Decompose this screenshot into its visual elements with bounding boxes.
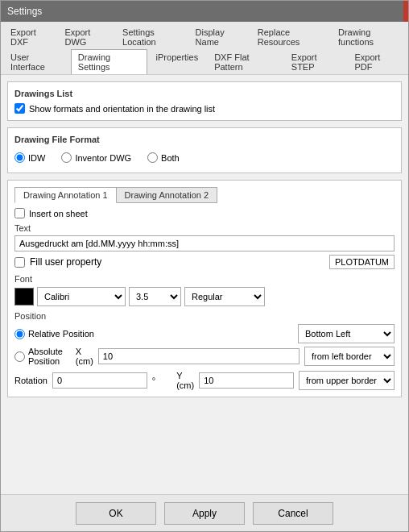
relative-position-label: Relative Position	[28, 329, 94, 339]
radio-absolute-input[interactable]	[14, 351, 25, 362]
annotation-section: Drawing Annotation 1 Drawing Annotation …	[7, 180, 402, 397]
drawing-file-format-section: Drawing File Format IDW Inventor DWG Bot…	[7, 127, 402, 173]
radio-inventor-dwg[interactable]: Inventor DWG	[61, 152, 131, 163]
radio-idw-input[interactable]	[14, 152, 25, 163]
tab-export-pdf[interactable]: Export PDF	[348, 49, 405, 74]
from-x-select[interactable]: from left border from right border	[304, 347, 395, 366]
tab-row-1: Export DXF Export DWG Settings Location …	[3, 24, 406, 49]
tab-replace-resources[interactable]: Replace Resources	[250, 24, 329, 49]
tab-settings-location[interactable]: Settings Location	[115, 24, 187, 49]
tab-row-2: User Interface Drawing Settings iPropert…	[3, 49, 406, 74]
rotation-input[interactable]	[52, 372, 147, 389]
bottom-bar: OK Apply Cancel	[1, 494, 408, 531]
text-input[interactable]	[14, 235, 395, 251]
radio-idw-label: IDW	[28, 153, 45, 163]
radio-inventor-dwg-input[interactable]	[61, 152, 72, 163]
insert-on-sheet-label: Insert on sheet	[29, 209, 88, 218]
title-bar-left: Settings	[7, 6, 42, 17]
ok-button[interactable]: OK	[76, 502, 156, 525]
font-name-select[interactable]: Calibri Arial Times New Roman	[37, 287, 126, 306]
drawings-list-title: Drawings List	[14, 89, 395, 98]
rotation-y-row: Rotation ° Y (cm) from upper border from…	[14, 371, 395, 390]
rotation-label: Rotation	[14, 376, 48, 385]
fill-user-property-checkbox[interactable]	[14, 257, 25, 268]
radio-relative-position[interactable]: Relative Position	[14, 329, 94, 339]
insert-on-sheet-checkbox[interactable]	[14, 208, 25, 218]
tab-iproperties[interactable]: iProperties	[149, 49, 206, 74]
y-label: Y (cm)	[176, 371, 194, 390]
position-section-label: Position	[14, 311, 395, 321]
radio-absolute-position[interactable]: Absolute Position	[14, 347, 63, 366]
file-format-radio-group: IDW Inventor DWG Both	[14, 149, 395, 166]
tab-export-dwg[interactable]: Export DWG	[58, 24, 114, 49]
plotdatum-badge: PLOTDATUM	[329, 255, 395, 269]
fill-user-property-label: Fill user property	[30, 256, 101, 268]
tab-export-step[interactable]: Export STEP	[284, 49, 346, 74]
radio-inventor-dwg-label: Inventor DWG	[75, 153, 131, 163]
font-color-swatch[interactable]	[14, 288, 34, 305]
font-size-select[interactable]: 2.5 3.5 4.0 5.0	[129, 287, 181, 306]
font-row: Calibri Arial Times New Roman 2.5 3.5 4.…	[14, 287, 395, 306]
show-formats-label: Show formats and orientation in the draw…	[29, 104, 215, 114]
annotation-tab-bar: Drawing Annotation 1 Drawing Annotation …	[14, 187, 395, 203]
drawings-list-section: Drawings List Show formats and orientati…	[7, 81, 402, 121]
x-input[interactable]	[98, 348, 300, 364]
tab-user-interface[interactable]: User Interface	[3, 49, 69, 74]
x-label: X (cm)	[76, 347, 93, 366]
position-select[interactable]: Bottom Left Bottom Right Top Left Top Ri…	[298, 324, 395, 343]
annotation-tab-1[interactable]: Drawing Annotation 1	[14, 187, 117, 203]
radio-idw[interactable]: IDW	[14, 152, 45, 163]
text-field-label: Text	[14, 223, 395, 233]
tab-bar-row1: Export DXF Export DWG Settings Location …	[1, 22, 408, 75]
degree-symbol: °	[152, 376, 155, 385]
drawings-list-checkbox-row: Show formats and orientation in the draw…	[14, 103, 395, 114]
absolute-position-row: Absolute Position X (cm) from left borde…	[14, 347, 395, 366]
radio-both-input[interactable]	[147, 152, 158, 163]
radio-both-label: Both	[161, 153, 180, 163]
title-bar: Settings	[1, 1, 408, 22]
tab-export-dxf[interactable]: Export DXF	[3, 24, 56, 49]
apply-button[interactable]: Apply	[164, 502, 245, 525]
insert-on-sheet-row: Insert on sheet	[14, 208, 395, 218]
window-title: Settings	[7, 6, 42, 17]
main-content: Drawings List Show formats and orientati…	[1, 75, 408, 494]
y-input[interactable]	[199, 372, 294, 389]
tab-drawing-functions[interactable]: Drawing functions	[331, 24, 404, 49]
radio-relative-input[interactable]	[14, 329, 25, 339]
accent-bar	[403, 1, 408, 22]
cancel-button[interactable]: Cancel	[253, 502, 333, 525]
tab-drawing-settings[interactable]: Drawing Settings	[71, 49, 147, 74]
font-section-label: Font	[14, 274, 395, 284]
fill-user-property-row: Fill user property PLOTDATUM	[14, 255, 395, 269]
font-style-select[interactable]: Regular Bold Italic Bold Italic	[184, 287, 265, 306]
show-formats-checkbox[interactable]	[14, 103, 25, 114]
drawing-file-format-title: Drawing File Format	[14, 135, 395, 144]
absolute-position-label: Absolute Position	[28, 347, 63, 366]
settings-window: Settings Export DXF Export DWG Settings …	[0, 0, 409, 532]
radio-both[interactable]: Both	[147, 152, 180, 163]
from-y-select[interactable]: from upper border from lower border	[299, 371, 395, 390]
tab-display-name[interactable]: Display Name	[188, 24, 249, 49]
annotation-tab-2[interactable]: Drawing Annotation 2	[116, 187, 218, 203]
relative-position-row: Relative Position Bottom Left Bottom Rig…	[14, 324, 395, 343]
tab-dxf-flat-pattern[interactable]: DXF Flat Pattern	[207, 49, 283, 74]
